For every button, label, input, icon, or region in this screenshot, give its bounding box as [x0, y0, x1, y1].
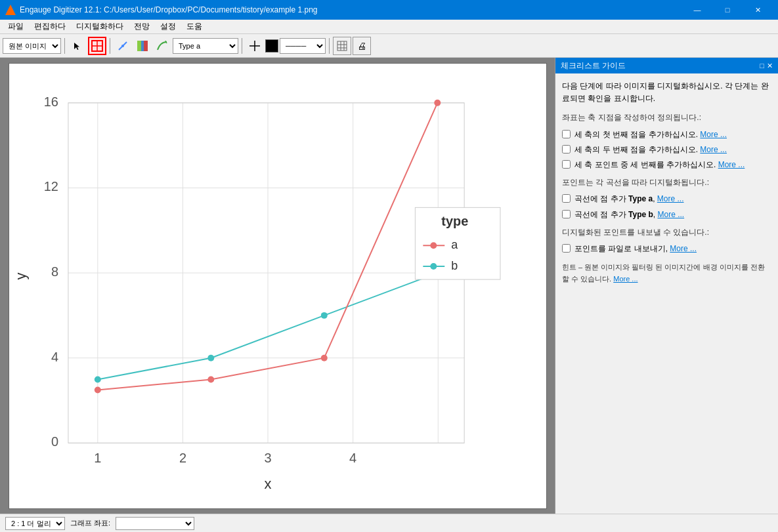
toolbar: 원본 이미지 Type a — [0, 34, 778, 58]
more-link-3[interactable]: More ... — [718, 160, 745, 169]
coord-select[interactable] — [116, 517, 194, 530]
draw-curve-button[interactable] — [153, 37, 171, 55]
svg-point-41 — [320, 312, 327, 318]
svg-line-8 — [165, 41, 167, 43]
separator-1 — [64, 38, 65, 54]
curve-type-select[interactable]: Type a — [173, 38, 238, 54]
curve-section-title: 포인트는 각 곡선을 따라 디지털화됩니다.: — [562, 176, 771, 189]
export-section-title: 디지털화된 포인트를 내보낼 수 있습니다.: — [562, 226, 771, 239]
panel-intro-text: 다음 단계에 따라 이미지를 디지털화하십시오. 각 단계는 완료되면 확인을 … — [562, 80, 771, 105]
export-label-1: 포인트를 파일로 내보내기, More ... — [574, 243, 771, 255]
zoom-select[interactable]: 2 : 1 더 멀리 — [5, 517, 65, 530]
svg-point-4 — [121, 45, 124, 47]
curve-section: 포인트는 각 곡선을 따라 디지털화됩니다.: 곡선에 점 추가 Type a,… — [562, 176, 771, 221]
menu-file[interactable]: 파일 — [3, 20, 29, 33]
separator-3 — [242, 38, 242, 54]
svg-text:3: 3 — [264, 451, 271, 465]
maximize-button[interactable]: □ — [712, 0, 743, 20]
window-title: Engauge Digitizer 12.1: C:/Users/User/Dr… — [20, 5, 682, 14]
panel-title: 체크리스트 가이드 — [561, 60, 626, 72]
export-checkbox-1[interactable] — [562, 244, 571, 253]
more-link-6[interactable]: More ... — [670, 244, 697, 253]
canvas-area: 0 4 8 12 16 1 2 3 4 x y — [0, 58, 555, 514]
more-link-5[interactable]: More ... — [657, 210, 684, 219]
axis-checkbox-3[interactable] — [562, 160, 571, 169]
panel-titlebar: 체크리스트 가이드 □ ✕ — [555, 58, 778, 73]
more-link-4[interactable]: More ... — [657, 194, 684, 203]
statusbar: 2 : 1 더 멀리 그래프 좌표: — [0, 514, 778, 532]
print-button[interactable]: 🖨 — [353, 37, 371, 55]
select-tool-button[interactable] — [68, 37, 87, 55]
svg-point-50 — [430, 242, 437, 249]
separator-4 — [329, 38, 330, 54]
view-mode-select[interactable]: 원본 이미지 — [3, 38, 61, 54]
minimize-button[interactable]: — — [682, 0, 712, 20]
hint-section: 힌트 – 원본 이미지와 필터링 된 이미지간에 배경 이미지를 전환 할 수 … — [562, 262, 771, 285]
axis-point-tool-button[interactable] — [88, 37, 106, 55]
panel-minimize-button[interactable]: □ — [760, 62, 764, 70]
grid-button[interactable] — [333, 37, 351, 55]
svg-text:2: 2 — [179, 451, 186, 465]
axis-item-3: 세 축 포인트 중 세 번째를 추가하십시오. More ... — [562, 159, 771, 171]
export-item-1: 포인트를 파일로 내보내기, More ... — [562, 243, 771, 255]
svg-point-44 — [207, 376, 214, 382]
svg-text:a: a — [451, 238, 458, 251]
menu-digitize[interactable]: 디지털화하다 — [71, 20, 129, 33]
app-icon — [5, 5, 16, 15]
color-picker-button[interactable] — [133, 37, 152, 55]
svg-point-40 — [207, 354, 214, 361]
svg-text:b: b — [451, 259, 458, 272]
more-link-2[interactable]: More ... — [700, 145, 727, 154]
menu-edit[interactable]: 편집하다 — [29, 20, 71, 33]
svg-text:0: 0 — [51, 434, 58, 449]
more-link-1[interactable]: More ... — [700, 130, 727, 139]
window-controls: — □ ✕ — [682, 0, 773, 20]
axis-checkbox-1[interactable] — [562, 130, 571, 138]
curve-label-a: 곡선에 점 추가 Type a, More ... — [574, 193, 771, 205]
svg-point-43 — [94, 386, 100, 393]
axis-checkbox-2[interactable] — [562, 145, 571, 153]
curve-item-a: 곡선에 점 추가 Type a, More ... — [562, 193, 771, 205]
axis-section-title: 좌표는 축 지점을 작성하여 정의됩니다.: — [562, 112, 771, 124]
svg-text:1: 1 — [94, 451, 101, 465]
svg-rect-6 — [141, 41, 144, 51]
panel-content: 다음 단계에 따라 이미지를 디지털화하십시오. 각 단계는 완료되면 확인을 … — [555, 73, 778, 514]
panel-close-button[interactable]: ✕ — [767, 62, 773, 70]
svg-text:4: 4 — [51, 349, 58, 363]
svg-rect-5 — [137, 41, 141, 51]
curve-checkbox-a[interactable] — [562, 194, 571, 203]
svg-point-53 — [430, 263, 437, 270]
axis-item-1: 세 축의 첫 번째 점을 추가하십시오. More ... — [562, 129, 771, 141]
menu-view[interactable]: 전망 — [129, 20, 155, 33]
separator-2 — [110, 38, 110, 54]
menubar: 파일 편집하다 디지털화하다 전망 설정 도움 — [0, 20, 778, 34]
curve-checkbox-b[interactable] — [562, 210, 571, 218]
more-link-7[interactable]: More ... — [613, 275, 638, 283]
svg-point-46 — [434, 99, 441, 106]
curve-type-a-label: Type a — [628, 194, 653, 203]
axis-label-3: 세 축 포인트 중 세 번째를 추가하십시오. More ... — [574, 159, 771, 171]
chart-svg: 0 4 8 12 16 1 2 3 4 x y — [9, 64, 546, 508]
svg-text:y: y — [12, 272, 29, 279]
axis-label-2: 세 축의 두 번째 점을 추가하십시오. More ... — [574, 144, 771, 156]
titlebar: Engauge Digitizer 12.1: C:/Users/User/Dr… — [0, 0, 778, 20]
main-area: 0 4 8 12 16 1 2 3 4 x y — [0, 58, 778, 514]
color-swatch[interactable] — [265, 39, 278, 52]
svg-text:x: x — [264, 476, 271, 492]
close-button[interactable]: ✕ — [743, 0, 773, 20]
line-style-select[interactable]: ──── - - - - — [280, 38, 326, 54]
axis-item-2: 세 축의 두 번째 점을 추가하십시오. More ... — [562, 144, 771, 156]
chart-container: 0 4 8 12 16 1 2 3 4 x y — [9, 63, 547, 509]
axis-section: 좌표는 축 지점을 작성하여 정의됩니다.: 세 축의 첫 번째 점을 추가하십… — [562, 112, 771, 171]
svg-rect-11 — [337, 41, 347, 51]
svg-text:16: 16 — [43, 94, 58, 108]
menu-help[interactable]: 도움 — [181, 20, 207, 33]
svg-text:8: 8 — [51, 264, 58, 279]
point-match-button[interactable] — [114, 37, 132, 55]
axis-label-1: 세 축의 첫 번째 점을 추가하십시오. More ... — [574, 129, 771, 141]
svg-point-39 — [94, 376, 100, 382]
crosshair-button[interactable] — [246, 37, 264, 55]
panel-controls: □ ✕ — [760, 62, 773, 70]
menu-settings[interactable]: 설정 — [155, 20, 181, 33]
curve-type-b-label: Type b — [628, 210, 653, 219]
